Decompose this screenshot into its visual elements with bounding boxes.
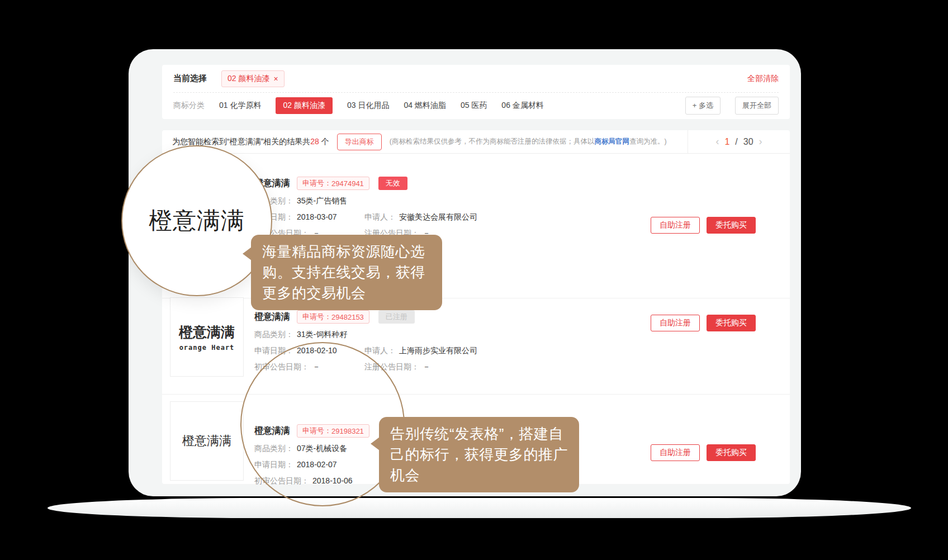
selected-filter-tag-label: 02 颜料油漆 [227, 74, 269, 84]
current-selection-bar: 当前选择 02 颜料油漆 × 全部清除 [162, 65, 790, 92]
application-number-label: 申请号： [302, 178, 331, 188]
stage: 当前选择 02 颜料油漆 × 全部清除 商标分类 01 化学原料 02 颜料油漆… [0, 0, 948, 560]
promo-tooltip-promotion: 告别传统“发表格”，搭建自己的标行，获得更多的推广机会 [379, 417, 579, 492]
prev-page-icon[interactable]: ‹ [715, 136, 719, 148]
category-03[interactable]: 03 日化用品 [347, 101, 389, 111]
promo-tooltip-trade-text: 海量精品商标资源随心选购。支持在线交易，获得更多的交易机会 [262, 243, 425, 301]
application-number-label: 申请号： [302, 312, 331, 322]
application-number-tag: 申请号：29474941 [297, 177, 369, 190]
row-actions: 自助注册 委托购买 [651, 444, 756, 461]
summary-suffix: 个 [319, 137, 329, 146]
category-06[interactable]: 06 金属材料 [501, 101, 543, 111]
application-number-value: 29474941 [331, 179, 364, 188]
pagination: ‹ 1 / 30 › [688, 130, 790, 153]
expand-all-button[interactable]: 展开全部 [735, 97, 779, 115]
category-filter-bar: 商标分类 01 化学原料 02 颜料油漆 03 日化用品 04 燃料油脂 05 … [162, 93, 790, 118]
total-pages: 30 [743, 137, 753, 147]
promo-tooltip-trade: 海量精品商标资源随心选购。支持在线交易，获得更多的交易机会 [251, 235, 442, 310]
self-register-button[interactable]: 自助注册 [651, 217, 700, 234]
results-count: 28 [310, 137, 319, 146]
trademark-logo: 橙意满满 [170, 401, 244, 481]
magnifier-circle-logo: 橙意满满 [121, 145, 272, 296]
laptop-base [48, 498, 911, 518]
row-actions: 自助注册 委托购买 [651, 217, 756, 234]
current-selection-label: 当前选择 [173, 73, 207, 84]
current-page: 1 [724, 137, 729, 147]
trademark-logo: 橙意满满 orange Heart [170, 297, 244, 377]
category-05[interactable]: 05 医药 [461, 101, 487, 111]
category-04[interactable]: 04 燃料油脂 [404, 101, 445, 111]
magnified-logo-text: 橙意满满 [149, 205, 245, 236]
trademark-logo-subtext: orange Heart [179, 344, 235, 352]
disclaimer-text: (商标检索结果仅供参考，不作为商标能否注册的法律依据；具体以商标局官网查询为准。… [390, 137, 667, 146]
tooltip-arrow-icon [243, 247, 252, 260]
entrust-buy-button[interactable]: 委托购买 [707, 217, 756, 234]
category-02-selected[interactable]: 02 颜料油漆 [276, 97, 332, 114]
next-page-icon[interactable]: › [759, 136, 762, 148]
category-01[interactable]: 01 化学原料 [219, 101, 261, 111]
applicant-value: 安徽美达会展有限公司 [399, 212, 477, 221]
self-register-button[interactable]: 自助注册 [651, 315, 700, 331]
row-actions: 自助注册 委托购买 [651, 315, 756, 331]
self-register-button[interactable]: 自助注册 [651, 444, 700, 461]
trademark-name: 橙意满满 [254, 311, 290, 323]
disclaimer-suffix: 查询为准。) [629, 137, 667, 145]
category-value: 31类-饲料种籽 [297, 330, 347, 339]
category-filter-label: 商标分类 [173, 101, 205, 111]
trademark-logo-text: 橙意满满 [182, 433, 231, 449]
status-badge: 已注册 [378, 310, 415, 324]
clear-all-button[interactable]: 全部清除 [747, 74, 779, 84]
summary-prefix: 为您智能检索到“橙意满满”相关的结果共 [172, 137, 310, 146]
status-badge: 无效 [378, 177, 407, 190]
promo-tooltip-promotion-text: 告别传统“发表格”，搭建自己的标行，获得更多的推广机会 [390, 425, 568, 483]
trademark-office-link[interactable]: 商标局官网 [594, 137, 629, 145]
remove-filter-icon[interactable]: × [273, 75, 278, 83]
reg-notice-value: － [423, 362, 430, 371]
page-separator: / [735, 137, 737, 147]
disclaimer-prefix: (商标检索结果仅供参考，不作为商标能否注册的法律依据；具体以 [390, 137, 595, 145]
applicant-label: 申请人： [364, 346, 396, 355]
multi-select-button[interactable]: + 多选 [685, 97, 721, 115]
applicant-value: 上海雨步实业有限公司 [399, 346, 477, 355]
filter-card: 当前选择 02 颜料油漆 × 全部清除 商标分类 01 化学原料 02 颜料油漆… [162, 65, 790, 119]
category-value: 35类-广告销售 [297, 196, 347, 205]
applicant-label: 申请人： [364, 212, 396, 221]
tooltip-arrow-icon [371, 437, 380, 450]
results-header: 为您智能检索到“橙意满满”相关的结果共28 个 导出商标 (商标检索结果仅供参考… [162, 130, 790, 154]
category-label: 商品类别： [254, 330, 293, 339]
application-number-value: 29482153 [331, 313, 364, 321]
selected-filter-tag[interactable]: 02 颜料油漆 × [221, 70, 285, 87]
export-trademarks-button[interactable]: 导出商标 [337, 134, 382, 150]
application-number-tag: 申请号：29482153 [297, 310, 369, 324]
trademark-logo-text: 橙意满满 [179, 323, 235, 341]
entrust-buy-button[interactable]: 委托购买 [707, 444, 756, 461]
apply-date-value: 2018-03-07 [297, 212, 337, 221]
entrust-buy-button[interactable]: 委托购买 [707, 315, 756, 331]
